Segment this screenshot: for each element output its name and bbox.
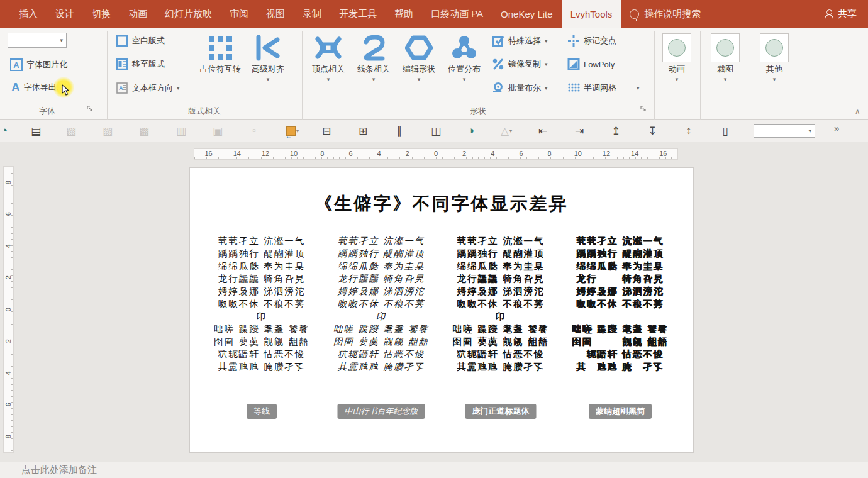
menu-tab-动画[interactable]: 动画 xyxy=(120,0,156,28)
menu-tab-审阅[interactable]: 审阅 xyxy=(221,0,257,28)
font-export-button[interactable]: A 字体导出: xyxy=(11,79,58,96)
start-record-icon[interactable]: ◔ xyxy=(0,123,13,139)
animation-button[interactable]: 动画▾ xyxy=(659,31,695,102)
font-column-1[interactable]: 茕茕孑立 沆瀣一气踽踽独行 醍醐灌顶绵绵瓜瓞 奉为圭臬龙行龘龘 犄角旮旯娉婷袅娜… xyxy=(211,235,312,373)
copy-shape-icon[interactable]: ▧ xyxy=(63,123,79,139)
distribute-vertical-icon[interactable]: ◫ xyxy=(428,123,444,139)
lowpoly-button[interactable]: LowPoly xyxy=(567,56,615,72)
animation-timing-icon[interactable]: ◑ xyxy=(463,123,479,139)
menu-tab-插入[interactable]: 插入 xyxy=(10,0,47,28)
notes-placeholder: 点击此处添加备注 xyxy=(21,464,97,476)
font-column-3[interactable]: 茕茕孑立 沆瀣一气踽踽独行 醍醐灌顶绵绵瓜瓞 奉为圭臬龙行龘龘 犄角旮旯娉婷袅娜… xyxy=(450,235,551,373)
group-icon[interactable]: ▣ xyxy=(209,123,226,139)
notes-pane[interactable]: 点击此处添加备注 xyxy=(0,462,868,478)
font-column-4[interactable]: 茕茕孑立 沆瀣一气踽踽独行 醍醐灌顶绵绵瓜瓞 奉为圭臬龙行 犄角旮旯娉婷袅娜 涕… xyxy=(570,235,670,373)
horizontal-ruler[interactable]: 1614121086420246810121416 xyxy=(194,148,678,160)
edit-shape-button[interactable]: 编辑形状▾ xyxy=(396,31,442,102)
special-select-button[interactable]: 特殊选择▾ xyxy=(492,33,548,49)
vertex-related-button[interactable]: 顶点相关▾ xyxy=(306,31,351,102)
slideshow-icon[interactable]: ▤ xyxy=(28,123,44,139)
lyric-line: 呶呶不休 不稂不莠 xyxy=(570,297,670,310)
lyric-line: 呶呶不休 不稂不莠 xyxy=(331,297,431,310)
ruler-number: 4 xyxy=(479,149,507,159)
align-objects-icon[interactable]: ⊞ xyxy=(355,123,371,139)
tell-me-search[interactable]: 操作说明搜索 xyxy=(621,0,709,28)
font-column-2[interactable]: 茕茕孑立 沆瀣一气踽踽独行 醍醐灌顶绵绵瓜瓞 奉为圭臬龙行龘龘 犄角旮旯娉婷袅娜… xyxy=(331,235,431,373)
print-icon[interactable]: ⊟ xyxy=(318,123,335,139)
shape-dialog-launcher-icon[interactable] xyxy=(640,106,647,112)
font-dialog-launcher-icon[interactable] xyxy=(87,106,93,112)
advanced-align-button[interactable]: 高级对齐 ▾ xyxy=(244,31,292,102)
font-name-combobox[interactable]: ▾ xyxy=(8,33,67,48)
lyric-line: 茕茕孑立 沆瀣一气 xyxy=(211,235,312,247)
share-button[interactable]: 共享 xyxy=(813,0,868,28)
lyric-line: 其靁虺虺 腌臜孑孓 xyxy=(331,360,431,373)
ruler-number: 2 xyxy=(450,149,479,159)
menu-tab-OneKey Lite[interactable]: OneKey Lite xyxy=(492,0,562,28)
font-label-pill-1[interactable]: 等线 xyxy=(247,404,277,419)
move-to-layout-button[interactable]: 移至版式 xyxy=(116,56,165,72)
distribute-horizontal-icon[interactable]: ∥ xyxy=(391,123,408,139)
align-left-icon[interactable]: ⇤ xyxy=(535,123,551,139)
blank-layout-button[interactable]: 空白版式 xyxy=(116,33,165,49)
placeholder-convert-button[interactable]: 占位符互转 xyxy=(196,31,244,102)
crop-image-button[interactable]: 裁图▾ xyxy=(707,31,743,102)
font-label-pill-4[interactable]: 蒙纳超刚黑简 xyxy=(589,404,652,419)
menu-tab-口袋动画 PA[interactable]: 口袋动画 PA xyxy=(422,0,492,28)
menu-tab-开发工具[interactable]: 开发工具 xyxy=(330,0,386,28)
align-bottom-icon[interactable]: ↧ xyxy=(644,123,660,139)
ruler-number: 6 xyxy=(0,400,25,409)
shape-fill-icon[interactable]: ▾ xyxy=(284,123,301,139)
menu-tab-切换[interactable]: 切换 xyxy=(83,0,120,28)
position-distribute-button[interactable]: 位置分布▾ xyxy=(442,31,487,102)
bring-forward-icon[interactable]: ▩ xyxy=(136,123,152,139)
line-related-icon xyxy=(351,31,396,64)
font-pictorialize-button[interactable]: A 字体图片化 xyxy=(10,57,67,73)
align-right-icon[interactable]: ⇥ xyxy=(571,123,587,139)
send-backward-icon[interactable]: ▥ xyxy=(173,123,189,139)
halftone-grid-button[interactable]: 半调网格 xyxy=(567,80,616,96)
toolbar-combobox[interactable]: ▾ xyxy=(754,124,815,138)
lyric-line: 龙行龘龘 犄角旮旯 xyxy=(331,272,431,285)
ruler-number: 4 xyxy=(0,368,25,377)
menu-tab-设计[interactable]: 设计 xyxy=(47,0,83,28)
toolbar-more-button[interactable]: » xyxy=(834,123,839,133)
textbox-direction-button[interactable]: A 文本框方向▾ xyxy=(116,80,180,96)
lyric-line: 囹圄 觊觎 龃龉 xyxy=(570,335,670,348)
menu-tab-视图[interactable]: 视图 xyxy=(257,0,294,28)
mark-intersection-button[interactable]: 标记交点 xyxy=(567,33,616,49)
paste-shape-icon[interactable]: ▨ xyxy=(99,123,116,139)
slide-title[interactable]: 《生僻字》不同字体显示差异 xyxy=(190,192,693,216)
lyric-line: 轭鼯轩 怙恶不悛 xyxy=(570,348,670,360)
mirror-copy-button[interactable]: 镜像复制▾ xyxy=(492,56,548,72)
lyric-line: 卬 xyxy=(450,310,551,323)
resize-height-icon[interactable]: ↕ xyxy=(681,123,697,139)
menu-tab-LvyhTools[interactable]: LvyhTools xyxy=(562,0,621,28)
halftone-grid-icon xyxy=(567,82,580,94)
new-slide-icon[interactable]: ▯ xyxy=(717,123,733,139)
menu-tab-录制[interactable]: 录制 xyxy=(294,0,330,28)
slide-canvas[interactable]: 《生僻字》不同字体显示差异 茕茕孑立 沆瀣一气踽踽独行 醍醐灌顶绵绵瓜瓞 奉为圭… xyxy=(190,168,693,452)
align-top-icon[interactable]: ↥ xyxy=(608,123,624,139)
lyric-line: 茕茕孑立 沆瀣一气 xyxy=(570,235,670,247)
placeholder-convert-icon xyxy=(196,31,244,64)
font-label-pill-3[interactable]: 庞门正道标题体 xyxy=(465,404,537,419)
halftone-grid-dropdown[interactable]: ▾ xyxy=(637,80,640,96)
mark-intersection-icon xyxy=(567,35,580,47)
menu-tab-幻灯片放映[interactable]: 幻灯片放映 xyxy=(156,0,221,28)
line-related-button[interactable]: 线条相关▾ xyxy=(351,31,396,102)
ruler-number: 12 xyxy=(251,149,279,159)
lyric-line xyxy=(570,310,670,323)
ruler-number: 0 xyxy=(421,149,450,159)
menu-bar: 插入设计切换动画幻灯片放映审阅视图录制开发工具帮助口袋动画 PAOneKey L… xyxy=(0,0,868,28)
font-label-pill-2[interactable]: 中山行书百年纪念版 xyxy=(338,404,425,419)
ruler-number: 0 xyxy=(0,304,25,314)
other-button[interactable]: 其他▾ xyxy=(756,31,793,102)
batch-boolean-button[interactable]: 批量布尔▾ xyxy=(492,80,548,96)
vertical-ruler[interactable]: 864202468 xyxy=(3,166,14,453)
collapse-ribbon-icon[interactable]: ∧ xyxy=(854,107,860,116)
menu-tab-帮助[interactable]: 帮助 xyxy=(386,0,422,28)
ungroup-icon[interactable]: ▫ xyxy=(246,123,262,139)
ruler-number: 8 xyxy=(0,431,25,441)
rotate-flip-icon[interactable]: △▾ xyxy=(498,123,515,139)
